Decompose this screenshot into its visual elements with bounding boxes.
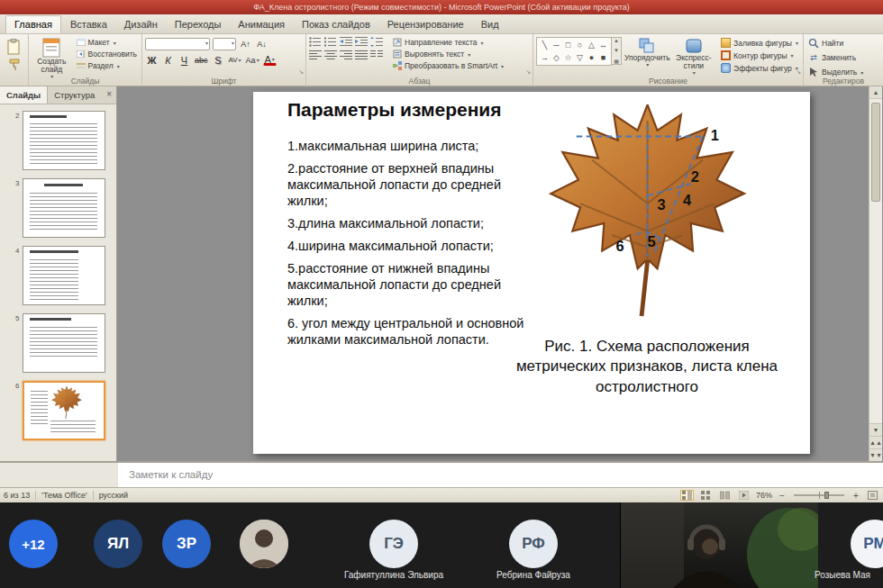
shape-square-icon[interactable]: ■ (597, 51, 609, 64)
tab-design[interactable]: Дизайн (116, 16, 166, 33)
scrollbar-track[interactable] (869, 99, 882, 423)
tab-home[interactable]: Главная (5, 15, 61, 33)
scroll-down-icon[interactable]: ▼ (869, 423, 882, 436)
panel-tab-slides[interactable]: Слайды (0, 86, 48, 104)
slideshow-view-button[interactable] (737, 490, 751, 501)
zoom-in-button[interactable]: + (851, 491, 860, 501)
tab-insert[interactable]: Вставка (62, 16, 115, 33)
leaf-figure[interactable]: 1 2 3 4 5 6 (549, 104, 754, 322)
layout-button[interactable]: Макет (75, 37, 139, 48)
format-painter-icon[interactable] (8, 59, 21, 71)
align-right-icon[interactable] (340, 50, 352, 60)
participant-video-tile[interactable] (620, 502, 818, 588)
zoom-level[interactable]: 76% (756, 491, 772, 500)
align-text-button[interactable]: Выровнять текст (391, 49, 505, 59)
next-slide-icon[interactable]: ▼▼ (869, 448, 882, 461)
theme-name[interactable]: 'Тема Office' (41, 491, 86, 500)
shape-star-icon[interactable]: ☆ (562, 51, 574, 64)
convert-smartart-button[interactable]: Преобразовать в SmartArt (391, 60, 505, 71)
text-shadow-button[interactable]: S (212, 53, 225, 67)
line-spacing-icon[interactable] (370, 37, 383, 47)
slide-body-text[interactable]: 1.максимальная ширина листа; 2.расстояни… (287, 139, 540, 355)
strikethrough-button[interactable]: abc (194, 53, 209, 67)
shape-hline-icon[interactable]: ─ (551, 39, 562, 51)
panel-close-icon[interactable]: × (101, 86, 117, 104)
shapes-gallery-scroll[interactable]: ▲▼▦ (612, 37, 622, 65)
section-button[interactable]: Раздел (75, 60, 139, 71)
participant-avatar[interactable]: РМ (851, 520, 883, 568)
shape-outline-button[interactable]: Контур фигуры (719, 50, 800, 61)
grow-font-button[interactable]: А↑ (239, 37, 252, 50)
shape-circle-icon[interactable]: ○ (574, 39, 586, 51)
shape-doublearrow-icon[interactable]: ↔ (597, 39, 609, 51)
change-case-button[interactable]: Aa (245, 53, 260, 67)
drawing-dialog-launcher[interactable]: ↘ (796, 68, 801, 76)
participant-photo-avatar[interactable] (240, 520, 288, 568)
new-slide-button[interactable]: Создать слайд (32, 37, 72, 79)
scrollbar-thumb[interactable] (871, 103, 880, 202)
zoom-slider-handle[interactable] (824, 492, 829, 499)
panel-tab-outline[interactable]: Структура (48, 86, 101, 104)
replace-button[interactable]: ⇄ Заменить (806, 51, 880, 64)
slide-thumbnail[interactable]: 4 (12, 246, 105, 305)
shapes-gallery[interactable]: ╲ ─ □ ○ △ ↔ → ◇ ☆ ▽ ● ■ (536, 37, 612, 66)
font-name-select[interactable] (145, 38, 210, 50)
tab-review[interactable]: Рецензирование (379, 16, 472, 33)
justify-icon[interactable] (355, 50, 368, 60)
arrange-button[interactable]: Упорядочить (624, 37, 670, 68)
slide-title[interactable]: Параметры измерения (287, 99, 502, 121)
figure-caption[interactable]: Рис. 1. Схема расположения метрических п… (503, 337, 791, 397)
font-color-button[interactable]: А (263, 54, 277, 66)
shape-fill-button[interactable]: Заливка фигуры (719, 37, 800, 49)
align-center-icon[interactable] (324, 50, 337, 60)
align-left-icon[interactable] (309, 50, 322, 60)
paragraph-dialog-launcher[interactable]: ↘ (525, 68, 531, 76)
window-titlebar[interactable]: ФА_Клена остролистного (Режим совместимо… (0, 0, 883, 14)
fit-to-window-button[interactable] (866, 490, 879, 501)
numbering-icon[interactable] (324, 37, 337, 47)
text-direction-button[interactable]: Направление текста (391, 37, 505, 48)
shape-tridown-icon[interactable]: ▽ (574, 51, 586, 64)
scroll-up-icon[interactable]: ▲ (869, 86, 882, 99)
tab-view[interactable]: Вид (473, 16, 507, 33)
paste-icon[interactable] (7, 39, 22, 55)
slide-thumbnail[interactable]: 2 (12, 111, 105, 170)
character-spacing-button[interactable]: AV (228, 53, 242, 67)
italic-button[interactable]: К (161, 53, 175, 67)
vertical-scrollbar[interactable]: ▲ ▼ ▲▲ ▼▼ (869, 86, 882, 461)
hidden-participants-badge[interactable]: +12 (9, 520, 58, 568)
columns-icon[interactable] (370, 50, 383, 60)
participant-avatar[interactable]: ЯЛ (94, 520, 142, 568)
increase-indent-icon[interactable] (355, 37, 368, 47)
bullets-icon[interactable] (309, 37, 322, 47)
find-button[interactable]: Найти (806, 37, 880, 50)
shape-rect-icon[interactable]: □ (562, 39, 574, 51)
bold-button[interactable]: Ж (145, 53, 159, 67)
slide-thumbnail[interactable]: 5 (12, 313, 105, 373)
shape-triangle-icon[interactable]: △ (586, 39, 597, 51)
shape-dot-icon[interactable]: ● (586, 51, 597, 64)
quick-styles-button[interactable]: Экспресс-стили (673, 37, 715, 76)
shape-arrow-icon[interactable]: → (539, 51, 551, 64)
font-size-select[interactable] (213, 38, 236, 50)
tab-slideshow[interactable]: Показ слайдов (294, 16, 378, 33)
zoom-out-button[interactable]: − (778, 491, 787, 501)
underline-button[interactable]: Ч (178, 53, 191, 67)
tab-transitions[interactable]: Переходы (167, 16, 230, 33)
decrease-indent-icon[interactable] (340, 37, 352, 47)
reset-slide-button[interactable]: Восстановить (75, 49, 139, 59)
participant-avatar[interactable]: ЗР (162, 520, 211, 568)
slide[interactable]: Параметры измерения 1.максимальная ширин… (253, 92, 810, 454)
shape-diamond-icon[interactable]: ◇ (551, 51, 562, 64)
participant-avatar[interactable]: РФ (509, 520, 558, 568)
shrink-font-button[interactable]: А↓ (255, 37, 269, 50)
slide-thumbnail-selected[interactable]: 6 (12, 381, 105, 440)
notes-pane[interactable]: Заметки к слайду (118, 461, 883, 487)
previous-slide-icon[interactable]: ▲▲ (869, 436, 882, 448)
normal-view-button[interactable] (680, 490, 694, 501)
participant-avatar[interactable]: ГЭ (369, 520, 418, 568)
reading-view-button[interactable] (718, 490, 732, 501)
shape-effects-button[interactable]: Эффекты фигур (719, 62, 800, 74)
slide-sorter-view-button[interactable] (699, 490, 713, 501)
tab-animation[interactable]: Анимация (230, 16, 293, 33)
